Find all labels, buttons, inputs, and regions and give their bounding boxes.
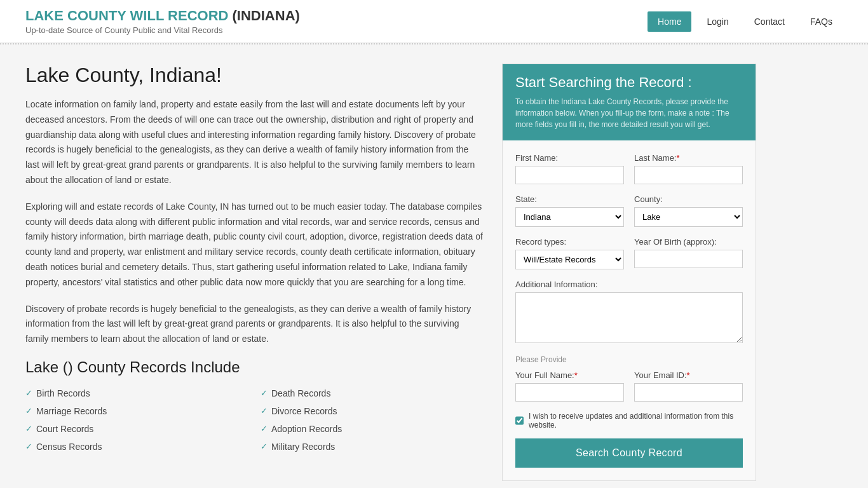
- state-county-row: State: Indiana Illinois Ohio Michigan Co…: [515, 194, 743, 227]
- list-item: ✓ Court Records: [25, 422, 248, 436]
- intro-para-3: Discovery of probate records is hugely b…: [25, 302, 483, 347]
- record-label: Death Records: [271, 388, 330, 398]
- list-item: ✓ Divorce Records: [261, 404, 483, 418]
- full-name-group: Your Full Name:*: [515, 370, 624, 402]
- last-name-input[interactable]: [634, 166, 743, 184]
- county-group: County: Lake Allen Hamilton Marion: [634, 194, 743, 227]
- email-label: Your Email ID:*: [634, 370, 743, 380]
- check-icon: ✓: [261, 424, 268, 433]
- name-row: First Name: Last Name:*: [515, 153, 743, 184]
- form-heading: Start Searching the Record :: [515, 74, 743, 91]
- check-icon: ✓: [261, 406, 268, 416]
- first-name-group: First Name:: [515, 153, 624, 184]
- title-dark: (INDIANA): [233, 8, 300, 24]
- first-name-input[interactable]: [515, 166, 624, 184]
- check-icon: ✓: [25, 442, 32, 451]
- search-form-sidebar: Start Searching the Record : To obtain t…: [502, 64, 756, 481]
- form-description: To obtain the Indiana Lake County Record…: [515, 96, 743, 130]
- search-form-card: Start Searching the Record : To obtain t…: [502, 64, 756, 481]
- search-county-record-button[interactable]: Search County Record: [515, 438, 743, 468]
- list-item: ✓ Marriage Records: [25, 404, 248, 418]
- intro-para-1: Locate information on family land, prope…: [25, 97, 483, 188]
- state-label: State:: [515, 194, 624, 204]
- record-label: Divorce Records: [271, 406, 337, 416]
- main-nav: Home Login Contact FAQs: [648, 11, 843, 32]
- newsletter-checkbox[interactable]: [515, 416, 524, 425]
- list-item: ✓ Birth Records: [25, 386, 248, 400]
- list-item: ✓ Death Records: [261, 386, 483, 400]
- form-body: First Name: Last Name:* State:: [503, 140, 756, 480]
- form-header: Start Searching the Record : To obtain t…: [503, 64, 756, 140]
- header-brand: LAKE COUNTY WILL RECORD (INDIANA) Up-to-…: [25, 8, 300, 35]
- record-label: Military Records: [271, 442, 335, 452]
- newsletter-label: I wish to receive updates and additional…: [529, 412, 743, 430]
- site-subtitle: Up-to-date Source of County Public and V…: [25, 25, 300, 35]
- personal-info-row: Your Full Name:* Your Email ID:*: [515, 370, 743, 402]
- state-select[interactable]: Indiana Illinois Ohio Michigan: [515, 207, 624, 227]
- county-label: County:: [634, 194, 743, 204]
- check-icon: ✓: [261, 442, 268, 451]
- record-label: Census Records: [36, 442, 102, 452]
- please-provide-label: Please Provide: [515, 355, 743, 364]
- year-of-birth-label: Year Of Birth (approx):: [634, 237, 743, 247]
- nav-login[interactable]: Login: [696, 11, 738, 32]
- check-icon: ✓: [25, 406, 32, 416]
- main-content: Lake County, Indiana! Locate information…: [0, 44, 868, 488]
- site-title: LAKE COUNTY WILL RECORD (INDIANA): [25, 8, 300, 24]
- nav-home[interactable]: Home: [648, 11, 691, 32]
- nav-contact[interactable]: Contact: [744, 11, 795, 32]
- site-header: LAKE COUNTY WILL RECORD (INDIANA) Up-to-…: [0, 0, 868, 43]
- record-type-select[interactable]: Will/Estate Records Birth Records Death …: [515, 250, 624, 269]
- county-select[interactable]: Lake Allen Hamilton Marion: [634, 207, 743, 227]
- check-icon: ✓: [25, 388, 32, 398]
- record-label: Birth Records: [36, 388, 90, 398]
- list-item: ✓ Adoption Records: [261, 422, 483, 436]
- year-of-birth-group: Year Of Birth (approx):: [634, 237, 743, 269]
- record-label: Marriage Records: [36, 406, 107, 416]
- state-group: State: Indiana Illinois Ohio Michigan: [515, 194, 624, 227]
- nav-faqs[interactable]: FAQs: [800, 11, 843, 32]
- additional-info-group: Additional Information:: [515, 280, 743, 345]
- first-name-label: First Name:: [515, 153, 624, 163]
- email-group: Your Email ID:*: [634, 370, 743, 402]
- record-year-row: Record types: Will/Estate Records Birth …: [515, 237, 743, 269]
- content-area: Lake County, Indiana! Locate information…: [25, 64, 483, 481]
- newsletter-checkbox-row: I wish to receive updates and additional…: [515, 412, 743, 430]
- record-label: Adoption Records: [271, 424, 342, 434]
- last-name-group: Last Name:*: [634, 153, 743, 184]
- record-type-group: Record types: Will/Estate Records Birth …: [515, 237, 624, 269]
- email-input[interactable]: [634, 383, 743, 402]
- page-heading: Lake County, Indiana!: [25, 64, 483, 87]
- records-heading: Lake () County Records Include: [25, 358, 483, 376]
- additional-info-row: Additional Information:: [515, 280, 743, 345]
- last-name-label: Last Name:*: [634, 153, 743, 163]
- record-label: Court Records: [36, 424, 93, 434]
- list-item: ✓ Census Records: [25, 440, 248, 454]
- record-type-label: Record types:: [515, 237, 624, 247]
- check-icon: ✓: [261, 388, 268, 398]
- additional-info-textarea[interactable]: [515, 292, 743, 343]
- intro-para-2: Exploring will and estate records of Lak…: [25, 200, 483, 290]
- additional-info-label: Additional Information:: [515, 280, 743, 289]
- title-teal: LAKE COUNTY WILL RECORD: [25, 8, 228, 24]
- full-name-input[interactable]: [515, 383, 624, 402]
- check-icon: ✓: [25, 424, 32, 433]
- list-item: ✓ Military Records: [261, 440, 483, 454]
- full-name-label: Your Full Name:*: [515, 370, 624, 380]
- year-of-birth-input[interactable]: [634, 250, 743, 268]
- records-list: ✓ Birth Records ✓ Death Records ✓ Marria…: [25, 386, 483, 454]
